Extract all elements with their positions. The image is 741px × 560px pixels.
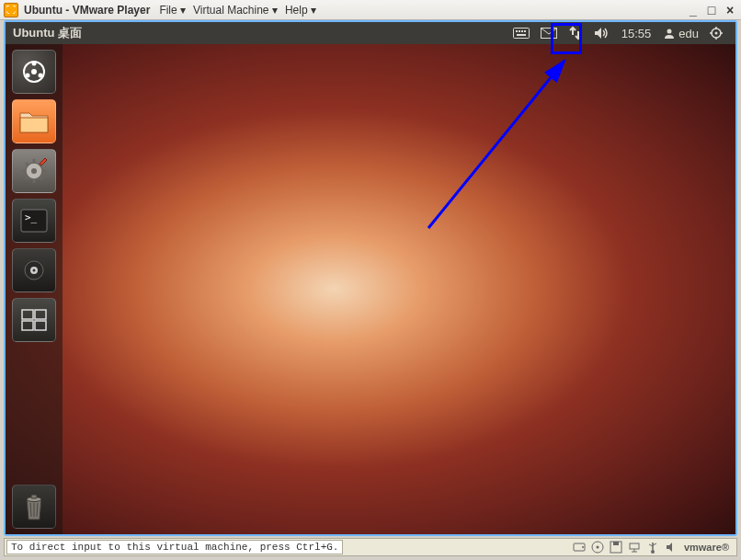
svg-marker-59 <box>667 543 672 552</box>
clock-indicator[interactable]: 15:55 <box>614 27 659 40</box>
vmware-usb-icon[interactable] <box>645 540 660 554</box>
network-indicator-icon[interactable] <box>563 22 588 44</box>
maximize-button[interactable]: □ <box>704 3 719 17</box>
launcher-files-icon[interactable] <box>12 99 56 143</box>
svg-point-10 <box>715 32 718 35</box>
session-indicator-icon[interactable] <box>704 22 728 44</box>
vmware-sound-icon[interactable] <box>664 540 678 554</box>
svg-rect-20 <box>20 118 48 132</box>
ubuntu-topbar: Ubuntu 桌面 15:55 edu <box>6 22 735 44</box>
user-indicator[interactable]: edu <box>658 27 704 40</box>
svg-marker-7 <box>595 28 601 39</box>
vmware-brand: vmware® <box>678 542 735 553</box>
launcher-workspace-icon[interactable] <box>12 298 56 342</box>
svg-rect-3 <box>521 30 523 32</box>
vmware-floppy-icon[interactable] <box>609 540 623 554</box>
svg-point-49 <box>596 546 598 549</box>
svg-rect-51 <box>613 542 619 545</box>
vmware-net-icon[interactable] <box>627 540 642 554</box>
svg-point-47 <box>582 546 584 548</box>
svg-rect-1 <box>516 30 518 32</box>
user-name: edu <box>678 27 699 40</box>
vmware-cd-icon[interactable] <box>590 540 605 554</box>
svg-rect-37 <box>35 310 46 319</box>
close-button[interactable]: × <box>723 3 737 17</box>
vmware-logo-icon <box>4 3 18 17</box>
svg-rect-39 <box>35 321 46 330</box>
vmware-menu-vm[interactable]: Virtual Machine ▾ <box>193 4 278 17</box>
launcher-terminal-icon[interactable]: >_ <box>12 199 56 243</box>
vmware-status-message: To direct input to this virtual machine,… <box>6 540 343 554</box>
svg-point-18 <box>26 74 30 78</box>
svg-rect-38 <box>22 321 33 330</box>
svg-point-17 <box>39 74 43 78</box>
svg-point-55 <box>651 550 655 554</box>
vmware-menu-file[interactable]: File ▾ <box>159 4 186 17</box>
vmware-titlebar: Ubuntu - VMware Player File ▾ Virtual Ma… <box>0 0 741 20</box>
vmware-status-icons <box>572 540 678 554</box>
svg-line-27 <box>26 163 28 166</box>
launcher-trash-icon[interactable] <box>12 485 56 529</box>
vmware-window-title: Ubuntu - VMware Player <box>24 4 150 17</box>
svg-point-16 <box>32 62 37 66</box>
svg-line-45 <box>428 61 564 228</box>
svg-rect-36 <box>22 310 33 319</box>
svg-rect-2 <box>519 30 520 32</box>
vm-viewport[interactable]: Ubuntu 桌面 15:55 edu <box>4 20 737 536</box>
annotation-arrow <box>410 53 585 237</box>
vmware-hdd-icon[interactable] <box>572 540 587 554</box>
launcher-software-icon[interactable] <box>12 248 56 292</box>
minimize-button[interactable]: _ <box>686 3 701 17</box>
mail-indicator-icon[interactable] <box>535 22 563 44</box>
svg-rect-0 <box>513 29 529 39</box>
svg-rect-5 <box>517 34 526 36</box>
ubuntu-desktop[interactable]: >_ <box>6 44 735 534</box>
keyboard-indicator-icon[interactable] <box>507 22 535 44</box>
user-icon <box>664 28 675 39</box>
svg-rect-52 <box>630 543 639 549</box>
svg-text:>_: >_ <box>25 211 38 223</box>
svg-point-19 <box>31 69 37 74</box>
svg-rect-41 <box>31 495 37 498</box>
volume-indicator-icon[interactable] <box>588 22 614 44</box>
svg-rect-4 <box>524 30 526 32</box>
svg-point-35 <box>33 269 36 272</box>
vmware-statusbar: To direct input to this virtual machine,… <box>4 538 737 556</box>
unity-launcher: >_ <box>6 44 63 534</box>
window-controls: _ □ × <box>686 3 737 17</box>
launcher-settings-icon[interactable] <box>12 149 56 193</box>
svg-point-8 <box>667 29 672 34</box>
ubuntu-app-title: Ubuntu 桌面 <box>13 25 82 41</box>
vmware-menu-help[interactable]: Help ▾ <box>285 4 316 17</box>
vmware-menu-bar: File ▾ Virtual Machine ▾ Help ▾ <box>159 4 316 17</box>
svg-line-28 <box>40 177 42 179</box>
svg-point-22 <box>31 168 37 174</box>
svg-line-29 <box>26 177 28 179</box>
launcher-dash-icon[interactable] <box>12 50 56 94</box>
